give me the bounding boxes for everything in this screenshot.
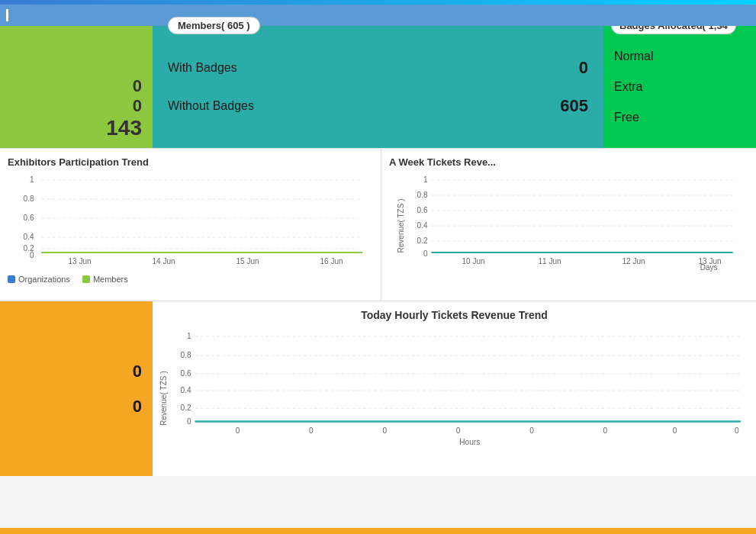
charts-area: Exhibitors Participation Trend 1 0.8 0.6… xyxy=(0,148,756,301)
badges-title: Badges Allocated( 1,34 xyxy=(611,26,736,34)
badge-normal: Normal xyxy=(614,47,745,66)
with-badges-value: 0 xyxy=(579,58,588,78)
exhibitors-chart-title: Exhibitors Participation Trend xyxy=(8,156,373,168)
svg-text:0: 0 xyxy=(382,426,387,435)
svg-text:Revenue( TZS ): Revenue( TZS ) xyxy=(397,199,405,253)
svg-text:1: 1 xyxy=(30,175,34,184)
week-revenue-title: A Week Tickets Reve... xyxy=(389,156,748,168)
green-stat-value-2: 0 xyxy=(133,96,142,116)
svg-text:0: 0 xyxy=(30,251,34,259)
svg-text:1: 1 xyxy=(187,332,191,340)
legend-organizations-dot xyxy=(8,275,15,283)
orange-stat-box: 0 0 xyxy=(0,301,153,476)
week-revenue-chart-container: Revenue( TZS ) 1 0.8 0.6 0.4 0.2 0 xyxy=(389,172,748,272)
svg-text:0: 0 xyxy=(673,426,677,435)
svg-text:0.4: 0.4 xyxy=(181,386,191,394)
svg-text:0: 0 xyxy=(309,426,314,435)
week-revenue-svg: Revenue( TZS ) 1 0.8 0.6 0.4 0.2 0 xyxy=(389,172,748,272)
svg-text:0: 0 xyxy=(236,426,240,435)
today-hourly-chart: Today Hourly Tickets Revenue Trend Reven… xyxy=(153,301,756,476)
svg-text:13 Jun: 13 Jun xyxy=(68,257,91,265)
badge-extra: Extra xyxy=(614,77,745,97)
svg-text:Revenue( TZS ): Revenue( TZS ) xyxy=(160,371,168,426)
members-title: Members( 605 ) xyxy=(168,17,260,34)
legend-members-label: Members xyxy=(93,275,128,284)
week-revenue-chart: A Week Tickets Reve... Revenue( TZS ) 1 … xyxy=(381,149,756,301)
svg-text:11 Jun: 11 Jun xyxy=(538,257,561,265)
svg-text:16 Jun: 16 Jun xyxy=(320,257,343,265)
without-badges-label: Without Badges xyxy=(168,99,254,113)
exhibitors-chart-svg: 1 0.8 0.6 0.4 0.2 0 13 Jun 14 Jun 15 Jun… xyxy=(8,172,373,272)
svg-text:0: 0 xyxy=(603,426,608,435)
without-badges-value: 605 xyxy=(560,96,588,116)
orange-stat-value-2: 0 xyxy=(133,397,142,417)
orange-stat-value-1: 0 xyxy=(133,362,142,381)
legend-organizations: Organizations xyxy=(8,275,70,284)
green-stat-value-1: 0 xyxy=(133,76,142,96)
exhibitors-chart: Exhibitors Participation Trend 1 0.8 0.6… xyxy=(0,149,381,301)
legend-members-dot xyxy=(82,275,90,283)
without-badges-row: Without Badges 605 xyxy=(168,96,588,116)
green-stat-value-3: 143 xyxy=(106,116,142,140)
exhibitors-chart-container: 1 0.8 0.6 0.4 0.2 0 13 Jun 14 Jun 15 Jun… xyxy=(8,172,373,272)
svg-text:0.6: 0.6 xyxy=(24,214,34,222)
svg-text:0.2: 0.2 xyxy=(181,404,191,412)
sub-bar xyxy=(0,5,756,26)
sub-bar-indicator xyxy=(6,9,8,21)
bottom-row: 0 0 Today Hourly Tickets Revenue Trend R… xyxy=(0,301,756,476)
svg-text:Days: Days xyxy=(700,263,718,272)
svg-text:0: 0 xyxy=(456,426,461,435)
today-hourly-container: Revenue( TZS ) 1 0.8 0.6 0.4 0.2 0 xyxy=(160,326,748,455)
page-wrapper: 0 0 143 Members( 605 ) With Badges 0 Wit… xyxy=(0,0,756,534)
svg-text:0.6: 0.6 xyxy=(181,369,191,378)
svg-text:10 Jun: 10 Jun xyxy=(462,257,484,265)
svg-text:15 Jun: 15 Jun xyxy=(236,257,259,265)
with-badges-label: With Badges xyxy=(168,61,237,75)
svg-text:0: 0 xyxy=(187,417,191,426)
svg-text:0.6: 0.6 xyxy=(417,206,428,214)
members-box: Members( 605 ) With Badges 0 Without Bad… xyxy=(153,26,603,148)
svg-text:Hours: Hours xyxy=(459,438,480,446)
svg-text:0.4: 0.4 xyxy=(24,233,34,241)
svg-text:0.8: 0.8 xyxy=(181,351,191,359)
with-badges-row: With Badges 0 xyxy=(168,58,588,78)
stats-row: 0 0 143 Members( 605 ) With Badges 0 Wit… xyxy=(0,26,756,148)
svg-text:0: 0 xyxy=(423,249,428,258)
svg-text:0.8: 0.8 xyxy=(417,191,428,199)
legend-members: Members xyxy=(82,275,128,284)
svg-text:0: 0 xyxy=(735,426,739,435)
footer-bar xyxy=(0,528,756,534)
exhibitors-legend: Organizations Members xyxy=(8,275,373,284)
svg-text:0.2: 0.2 xyxy=(417,236,428,245)
svg-text:14 Jun: 14 Jun xyxy=(152,257,175,265)
svg-text:1: 1 xyxy=(423,175,428,184)
today-hourly-svg: Revenue( TZS ) 1 0.8 0.6 0.4 0.2 0 xyxy=(160,326,748,455)
legend-organizations-label: Organizations xyxy=(18,275,70,284)
badges-box: Badges Allocated( 1,34 Normal Extra Free xyxy=(603,26,756,148)
svg-text:12 Jun: 12 Jun xyxy=(622,257,645,265)
svg-text:0: 0 xyxy=(529,426,534,435)
svg-text:0.8: 0.8 xyxy=(24,195,34,203)
green-stat-box: 0 0 143 xyxy=(0,26,153,148)
svg-text:0.4: 0.4 xyxy=(417,221,428,230)
badge-free: Free xyxy=(614,108,745,127)
today-hourly-title: Today Hourly Tickets Revenue Trend xyxy=(160,309,748,321)
